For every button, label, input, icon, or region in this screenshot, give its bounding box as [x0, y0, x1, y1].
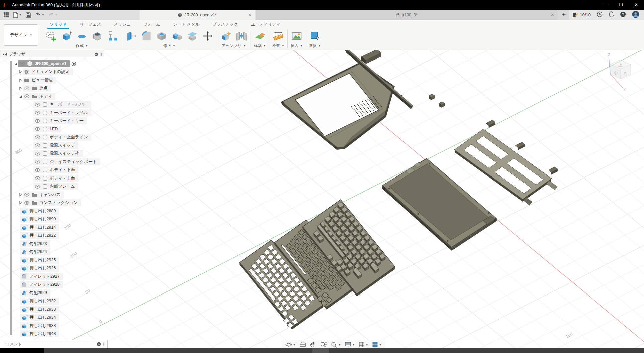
select-icon[interactable] [307, 29, 323, 43]
comment-grip-icon[interactable]: ‖ [103, 342, 105, 347]
file-menu-icon[interactable]: ▼ [12, 11, 23, 19]
extrude-icon[interactable] [59, 29, 74, 43]
panel-grip-icon[interactable]: ‖ [100, 52, 102, 57]
feature-item-13[interactable]: 押し出し2934 [20, 314, 100, 322]
eye-icon[interactable] [35, 152, 40, 156]
construction-plane-icon[interactable] [252, 29, 268, 43]
job-history-icon[interactable] [597, 11, 603, 19]
split-body-icon[interactable] [185, 29, 200, 43]
ribbon-tab-4[interactable]: シート メタル [167, 20, 206, 29]
workspace-selector[interactable]: デザイン ▼ [4, 24, 38, 46]
expanded-arrow-icon[interactable] [19, 95, 22, 98]
job-status-badge[interactable]: 10/10 [572, 12, 591, 18]
model-part-led[interactable] [401, 95, 403, 97]
ribbon-tab-0[interactable]: ソリッド [43, 20, 73, 29]
move-icon[interactable] [200, 29, 215, 43]
browser-item-3[interactable]: ボディ [18, 92, 100, 101]
new-tab-button[interactable]: + [558, 10, 569, 20]
browser-item-14[interactable]: 内部フレーム [29, 183, 100, 191]
browser-root-item[interactable]: JR-200_open v1 [13, 60, 100, 68]
collapsed-arrow-icon[interactable] [19, 70, 22, 74]
timeline-scroll-thumb[interactable] [312, 348, 329, 353]
revolve-icon[interactable] [74, 29, 90, 43]
browser-item-15[interactable]: キャンバス [18, 191, 100, 199]
browser-item-13[interactable]: ボディ・上面 [29, 174, 100, 183]
feature-item-6[interactable]: 押し出し2925 [20, 256, 100, 264]
undo-icon[interactable]: ▼ [34, 11, 46, 18]
combine-icon[interactable] [169, 29, 185, 43]
timeline-strip[interactable] [0, 348, 644, 353]
panel-dot-icon[interactable] [94, 52, 98, 56]
create-sketch-icon[interactable] [43, 29, 59, 43]
eye-icon[interactable] [35, 119, 40, 123]
zoom-icon[interactable] [318, 341, 328, 348]
hole-icon[interactable] [90, 29, 105, 43]
display-settings-icon[interactable]: ▼ [343, 341, 356, 348]
collapsed-arrow-icon[interactable] [19, 193, 22, 197]
model-part-inner-frame[interactable] [454, 120, 558, 205]
feature-item-15[interactable]: 押し出し2943 [20, 330, 100, 338]
close-button[interactable]: ✕ [629, 0, 644, 10]
eye-icon[interactable] [35, 103, 40, 107]
browser-scrollbar[interactable] [10, 61, 12, 335]
feature-item-14[interactable]: 押し出し2938 [20, 322, 100, 330]
eye-icon[interactable] [35, 135, 40, 139]
ribbon-tab-6[interactable]: ユーティリティ [245, 20, 287, 29]
eye-icon[interactable] [24, 193, 30, 197]
expanded-arrow-icon[interactable] [14, 62, 18, 66]
feature-item-0[interactable]: 押し出し2889 [20, 207, 100, 215]
feature-item-8[interactable]: フィレット2927 [20, 272, 100, 281]
ribbon-group-label[interactable]: 選択▼ [309, 43, 321, 49]
browser-item-10[interactable]: 電源スイッチ枠 [29, 150, 100, 158]
model-part-power-switch[interactable] [429, 94, 435, 100]
collapse-panel-icon[interactable] [2, 53, 7, 56]
browser-item-1[interactable]: ビュー管理 [18, 76, 100, 84]
help-icon[interactable]: ? [620, 11, 626, 19]
pan-icon[interactable] [308, 341, 318, 348]
app-grid-icon[interactable] [2, 11, 10, 19]
insert-canvas-icon[interactable] [289, 29, 304, 43]
measure-icon[interactable] [271, 29, 286, 43]
feature-item-11[interactable]: 押し出し2932 [20, 297, 100, 306]
browser-item-12[interactable]: ボディ・下面 [29, 166, 100, 174]
browser-item-2[interactable]: 原点 [18, 84, 100, 93]
eye-icon[interactable] [35, 160, 40, 164]
feature-item-12[interactable]: 押し出し2933 [20, 305, 100, 314]
eye-icon[interactable] [35, 176, 40, 180]
ribbon-tab-3[interactable]: フォーム [137, 20, 167, 29]
fit-icon[interactable]: ▼ [329, 341, 342, 348]
maximize-button[interactable]: ❐ [613, 0, 629, 10]
orbit-icon[interactable]: ▼ [284, 341, 297, 348]
eye-icon[interactable] [24, 94, 30, 98]
feature-item-2[interactable]: 押し出し2914 [20, 223, 100, 232]
grid-settings-icon[interactable]: ▼ [357, 341, 370, 348]
eye-icon[interactable] [24, 201, 30, 205]
tab-jr200-open[interactable]: JR-200_open v1* ✕ [140, 10, 255, 20]
ribbon-group-label[interactable]: 構築▼ [254, 43, 266, 49]
feature-item-10[interactable]: 勾配2929 [20, 289, 100, 297]
joint-icon[interactable] [234, 29, 249, 43]
feature-item-5[interactable]: 勾配2924 [20, 248, 100, 256]
avatar[interactable] [632, 11, 639, 19]
new-component-icon[interactable] [218, 29, 234, 43]
look-at-icon[interactable] [298, 341, 308, 348]
browser-item-11[interactable]: ジョイスティックポート [29, 158, 100, 166]
eye-off-icon[interactable] [24, 86, 30, 90]
ribbon-group-label[interactable]: 作成▼ [76, 43, 88, 49]
add-comment-icon[interactable] [97, 342, 101, 346]
model-part-joystick-port[interactable] [439, 102, 445, 108]
collapsed-arrow-icon[interactable] [19, 201, 22, 205]
ribbon-group-label[interactable]: 検査▼ [272, 43, 284, 49]
eye-icon[interactable] [35, 111, 40, 115]
pattern-icon[interactable] [105, 29, 120, 43]
browser-item-7[interactable]: LED [29, 125, 100, 133]
eye-icon[interactable] [19, 62, 25, 66]
eye-icon[interactable] [35, 168, 40, 172]
ribbon-tab-1[interactable]: サーフェス [73, 20, 107, 29]
ribbon-group-label[interactable]: 修正▼ [163, 43, 175, 49]
collapsed-arrow-icon[interactable] [19, 78, 22, 82]
browser-item-0[interactable]: ドキュメントの設定 [18, 68, 100, 76]
browser-item-5[interactable]: キーボード・ラベル [29, 109, 100, 117]
viewports-icon[interactable]: ▼ [370, 341, 383, 348]
comment-box[interactable]: コメント ‖ [3, 340, 108, 348]
